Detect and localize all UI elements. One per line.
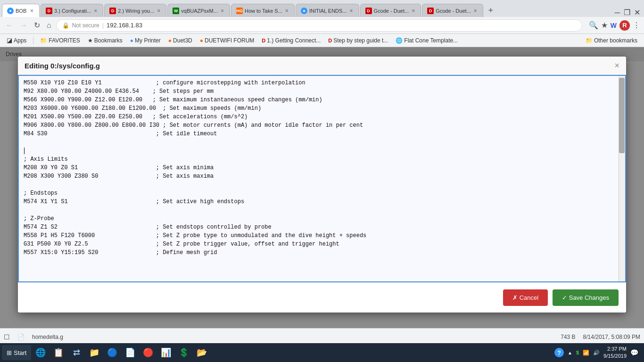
notification-icon[interactable]: 💬 [630,349,638,356]
code-line-18: G31 P500 X0 Y0 Z2.5 ; Set Z probe trigge… [24,241,339,247]
bookmark-favorites-label: FAVORITES [49,37,80,44]
taskbar-doc[interactable]: 📊 [157,345,174,360]
vertical-scrollbar[interactable] [619,76,625,281]
restore-icon[interactable]: ❐ [624,8,630,17]
bookmark-list-icon[interactable]: W [611,22,617,29]
bookmark-duetwifi[interactable]: ● DUETWIFI FORUM [197,36,257,45]
minimize-icon[interactable]: ─ [615,8,620,17]
lock-icon: 🔒 [62,22,69,29]
bookmarks-bar: ◪ Apps 📁 FAVORITES ★ Bookmarks ● My Prin… [0,34,644,47]
search-icon[interactable]: 🔍 [589,21,598,30]
bookmark-my-printer-label: My Printer [135,37,161,44]
tab-favicon-bob: ● [7,8,14,14]
globe-icon-cone: 🌐 [396,37,403,44]
code-line-10: M208 X300 Y300 Z380 S0 ; Set axis maxima [24,173,214,180]
modal-header: Editing 0:/sys/config.g × [18,57,626,75]
taskbar-up-arrow[interactable]: ▲ [568,350,572,355]
tab-label-3: vqBUAZPsxM... [181,8,218,14]
taskbar-mail[interactable]: 📂 [193,345,210,360]
modal-footer: ✗ Cancel ✓ Save Changes [18,282,626,313]
tab-close-6[interactable]: × [349,8,354,14]
bookmark-favorites[interactable]: 📁 FAVORITES [37,36,83,45]
code-editor[interactable]: M550 X10 Y10 Z10 E10 Y1 ; configure micr… [18,75,626,282]
apps-grid-icon: ◪ [7,37,12,44]
taskbar-help-icon[interactable]: ? [554,348,564,357]
bookmark-apps[interactable]: ◪ Apps [4,36,29,45]
tab-favicon-2: D [109,8,116,14]
tab-close-bob[interactable]: × [29,8,34,14]
tab-7[interactable]: D Gcode - Duet... × [360,4,421,17]
bookmark-duetwifi-label: DUETWIFI FORUM [205,37,254,44]
code-content[interactable]: M550 X10 Y10 Z10 E10 Y1 ; configure micr… [19,76,619,281]
bookmark-flat-cone[interactable]: 🌐 Flat Cone Template... [393,36,461,45]
back-button[interactable]: ← [4,19,15,32]
profile-icon[interactable]: R [619,20,630,31]
tab-4[interactable]: HG How to Take S... × [231,4,295,17]
tab-close-8[interactable]: × [473,8,478,14]
taskbar-volume-icon[interactable]: 🔊 [593,350,600,356]
reload-button[interactable]: ↻ [32,19,42,32]
tab-8[interactable]: D Gcode - Duet... × [422,4,483,17]
tab-close-3[interactable]: × [220,8,225,14]
bookmark-my-printer[interactable]: ● My Printer [127,36,164,45]
save-changes-button[interactable]: ✓ Save Changes [553,289,619,306]
taskbar: ⊞ Start 🌐 📋 ⇄ 📁 🔵 📄 🔴 📊 💲 📂 ? ▲ $ 📶 🔊 2:… [0,343,644,362]
taskbar-green-dollar[interactable]: $ [576,350,579,355]
modal-close-button[interactable]: × [614,61,619,70]
bookmark-getting-connect[interactable]: D 1.) Getting Connect... [259,36,323,45]
address-separator: | [102,22,104,29]
tab-close-1[interactable]: × [93,8,98,14]
forward-button[interactable]: → [18,19,29,32]
taskbar-chrome[interactable]: 🔵 [104,345,121,360]
tab-close-7[interactable]: × [411,8,416,14]
taskbar-red-app[interactable]: 🔴 [140,345,157,360]
menu-icon[interactable]: ⋮ [633,21,640,30]
address-input[interactable]: 🔒 Not secure | 192.168.1.83 [56,19,582,32]
tab-6[interactable]: ● INITIAL ENDS... × [296,4,359,17]
status-modified: 8/14/2017, 5:08:09 PM [583,334,640,340]
taskbar-date-text: 9/15/2019 [603,353,627,360]
scrollbar-thumb[interactable] [619,78,625,153]
bookmark-duet3d-label: Duet3D [173,37,192,44]
code-line-11 [24,181,27,188]
taskbar-arrow[interactable]: ⇄ [68,345,85,360]
windows-icon: ⊞ [7,349,12,356]
other-bookmarks[interactable]: 📁 Other bookmarks [583,36,640,45]
tab-close-2[interactable]: × [156,8,161,14]
taskbar-explorer[interactable]: 📋 [50,345,67,360]
tab-label-bob: BOB [16,8,26,14]
close-window-icon[interactable]: ✕ [634,8,640,17]
toolbar-icons: 🔍 ★ W R ⋮ [589,20,640,31]
tab-label-4: How to Take S... [245,8,282,14]
tab-1[interactable]: D 3.) Configurati... × [41,4,103,17]
code-line-6: M84 S30 ; Set idle timeout [24,131,217,137]
address-bar: ← → ↻ ⌂ 🔒 Not secure | 192.168.1.83 🔍 ★ … [0,17,644,34]
bookmark-bookmarks[interactable]: ★ Bookmarks [85,36,125,45]
tab-favicon-7: D [365,8,372,14]
tab-3[interactable]: W vqBUAZPsxM... × [167,4,230,17]
taskbar-network-icon[interactable]: 📶 [583,350,589,356]
tab-close-4[interactable]: × [284,8,289,14]
taskbar-folder[interactable]: 📁 [86,345,103,360]
bookmark-star-icon[interactable]: ★ [601,21,608,30]
taskbar-ie[interactable]: 🌐 [32,345,49,360]
tab-2[interactable]: D 2.) Wiring you... × [104,4,166,17]
bookmark-separator-1 [33,37,33,44]
taskbar-green-app[interactable]: 💲 [175,345,192,360]
status-checkbox[interactable]: ☐ [4,333,10,341]
new-tab-button[interactable]: + [484,4,497,17]
tab-bob[interactable]: ● BOB × [2,4,40,17]
bookmark-step-label: Step by step guide t... [333,37,388,44]
window-controls: ─ ❐ ✕ [615,8,642,17]
bookmark-duet3d[interactable]: ● Duet3D [165,36,195,45]
home-button[interactable]: ⌂ [45,19,53,32]
taskbar-pdf[interactable]: 📄 [122,345,139,360]
star-icon-bookmarks: ★ [88,37,93,44]
start-button[interactable]: ⊞ Start [2,345,31,360]
bookmark-getting-connect-label: 1.) Getting Connect... [267,37,321,44]
code-line-9: M208 X0 Y0 Z0 S1 ; Set axis minima [24,165,214,171]
taskbar-clock[interactable]: 2:37 PM 9/15/2019 [603,346,627,360]
cancel-button[interactable]: ✗ Cancel [503,289,548,306]
bookmark-step-by-step[interactable]: D Step by step guide t... [325,36,391,45]
tab-label-6: INITIAL ENDS... [309,8,347,14]
